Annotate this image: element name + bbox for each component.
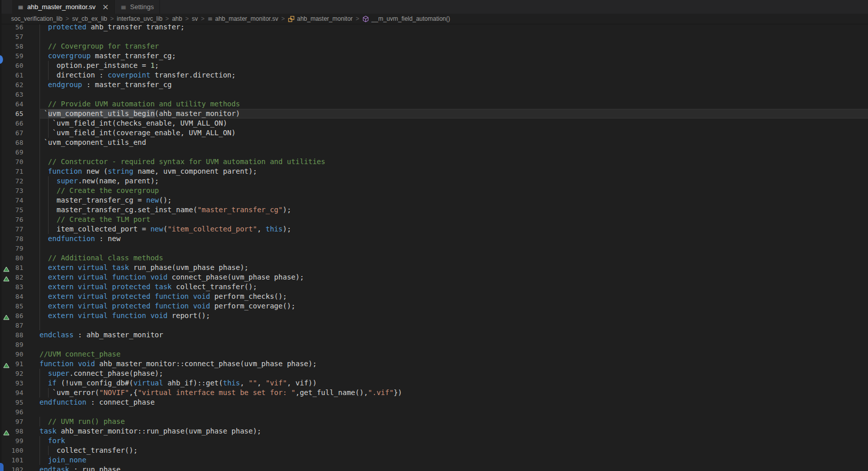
code-text[interactable]: extern virtual task run_phase(uvm_phase …	[39, 263, 868, 272]
breadcrumb-item-ahb-master-monitor[interactable]: ahb_master_monitor	[288, 15, 353, 22]
line-number[interactable]: 57	[15, 32, 23, 42]
code-text[interactable]: join_none	[39, 455, 868, 465]
code-text[interactable]: direction : coverpoint transfer.directio…	[39, 70, 868, 80]
code-line-66[interactable]: 66 `uvm_field_int(checks_enable, UVM_ALL…	[0, 119, 868, 128]
code-text[interactable]: endclass : ahb_master_monitor	[39, 330, 868, 340]
code-line-64[interactable]: 64 // Provide UVM automation and utility…	[0, 99, 868, 109]
code-line-63[interactable]: 63	[0, 90, 868, 99]
code-line-92[interactable]: 92 super.connect_phase(phase);	[0, 369, 868, 378]
code-line-62[interactable]: 62 endgroup : master_transfer_cg	[0, 80, 868, 90]
line-number[interactable]: 101	[12, 455, 23, 465]
code-text[interactable]: item_collected_port = new("item_collecte…	[39, 224, 868, 234]
code-text[interactable]: extern virtual function void connect_pha…	[39, 272, 868, 282]
line-number[interactable]: 98	[15, 426, 23, 436]
line-number[interactable]: 96	[15, 407, 23, 417]
code-text[interactable]: function new (string name, uvm_component…	[39, 167, 868, 176]
line-number[interactable]: 84	[15, 292, 23, 301]
line-number[interactable]: 73	[15, 186, 23, 195]
code-line-98[interactable]: 98task ahb_master_monitor::run_phase(uvm…	[0, 426, 868, 436]
code-line-65[interactable]: 65 `uvm_component_utils_begin(ahb_master…	[0, 109, 868, 119]
line-number[interactable]: 85	[15, 301, 23, 311]
breadcrumb-item--m-uvm-field-automation-[interactable]: __m_uvm_field_automation()	[362, 15, 450, 22]
code-line-73[interactable]: 73 // Create the covergroup	[0, 186, 868, 195]
line-number[interactable]: 59	[15, 51, 23, 61]
code-line-67[interactable]: 67 `uvm_field_int(coverage_enable, UVM_A…	[0, 128, 868, 138]
code-text[interactable]: extern virtual protected function void p…	[39, 301, 868, 311]
line-number[interactable]: 100	[12, 446, 23, 455]
code-text[interactable]	[39, 321, 868, 330]
line-number[interactable]: 66	[15, 119, 23, 128]
code-line-61[interactable]: 61 direction : coverpoint transfer.direc…	[0, 70, 868, 80]
line-number[interactable]: 62	[15, 80, 23, 90]
line-number[interactable]: 89	[15, 340, 23, 349]
code-text[interactable]: // Create the TLM port	[39, 215, 868, 224]
code-line-57[interactable]: 57	[0, 32, 868, 42]
line-number[interactable]: 71	[15, 167, 23, 176]
line-number[interactable]: 61	[15, 70, 23, 80]
line-number[interactable]: 93	[15, 378, 23, 388]
line-number[interactable]: 94	[15, 388, 23, 398]
code-text[interactable]: protected ahb_transfer transfer;	[39, 24, 868, 32]
code-text[interactable]	[39, 244, 868, 253]
code-line-82[interactable]: 82 extern virtual function void connect_…	[0, 272, 868, 282]
code-line-95[interactable]: 95endfunction : connect_phase	[0, 398, 868, 407]
line-number[interactable]: 95	[15, 398, 23, 407]
code-text[interactable]	[39, 32, 868, 42]
line-number[interactable]: 69	[15, 147, 23, 157]
line-number[interactable]: 87	[15, 321, 23, 330]
line-number[interactable]: 79	[15, 244, 23, 253]
code-line-99[interactable]: 99 fork	[0, 436, 868, 446]
code-line-102[interactable]: 102endtask : run_phase	[0, 465, 868, 471]
line-number[interactable]: 75	[15, 205, 23, 215]
code-line-84[interactable]: 84 extern virtual protected function voi…	[0, 292, 868, 301]
line-number[interactable]: 83	[15, 282, 23, 292]
breadcrumb-item-sv[interactable]: sv	[192, 15, 198, 22]
code-line-72[interactable]: 72 super.new(name, parent);	[0, 176, 868, 186]
editor[interactable]: 56 protected ahb_transfer transfer;5758 …	[0, 24, 868, 471]
code-line-69[interactable]: 69	[0, 147, 868, 157]
code-text[interactable]: fork	[39, 436, 868, 446]
code-text[interactable]: extern virtual protected function void p…	[39, 292, 868, 301]
line-number[interactable]: 88	[15, 330, 23, 340]
line-number[interactable]: 68	[15, 138, 23, 147]
breadcrumb-item-sv-cb-ex-lib[interactable]: sv_cb_ex_lib	[72, 15, 107, 22]
code-line-83[interactable]: 83 extern virtual protected task collect…	[0, 282, 868, 292]
line-number[interactable]: 102	[12, 465, 23, 471]
code-text[interactable]: // Constructor - required syntax for UVM…	[39, 157, 868, 167]
line-number[interactable]: 67	[15, 128, 23, 138]
code-line-93[interactable]: 93 if (!uvm_config_db#(virtual ahb_if)::…	[0, 378, 868, 388]
code-line-91[interactable]: 91function void ahb_master_monitor::conn…	[0, 359, 868, 369]
code-text[interactable]: task ahb_master_monitor::run_phase(uvm_p…	[39, 426, 868, 436]
line-number[interactable]: 81	[15, 263, 23, 272]
code-text[interactable]: endtask : run_phase	[39, 465, 868, 471]
code-text[interactable]: function void ahb_master_monitor::connec…	[39, 359, 868, 369]
line-number[interactable]: 64	[15, 99, 23, 109]
code-line-85[interactable]: 85 extern virtual protected function voi…	[0, 301, 868, 311]
code-line-76[interactable]: 76 // Create the TLM port	[0, 215, 868, 224]
code-line-71[interactable]: 71 function new (string name, uvm_compon…	[0, 167, 868, 176]
code-text[interactable]: endfunction : new	[39, 234, 868, 244]
line-number[interactable]: 78	[15, 234, 23, 244]
code-line-100[interactable]: 100 collect_transfer();	[0, 446, 868, 455]
breadcrumb-item-ahb[interactable]: ahb	[172, 15, 182, 22]
code-line-88[interactable]: 88endclass : ahb_master_monitor	[0, 330, 868, 340]
code-text[interactable]: endgroup : master_transfer_cg	[39, 80, 868, 90]
code-line-78[interactable]: 78 endfunction : new	[0, 234, 868, 244]
code-text[interactable]	[39, 340, 868, 349]
line-number[interactable]: 70	[15, 157, 23, 167]
line-number[interactable]: 91	[15, 359, 23, 369]
code-line-94[interactable]: 94 `uvm_error("NOVIF",{"virtual interfac…	[0, 388, 868, 398]
code-line-79[interactable]: 79	[0, 244, 868, 253]
code-text[interactable]: // Additional class methods	[39, 253, 868, 263]
code-line-97[interactable]: 97 // UVM run() phase	[0, 417, 868, 426]
line-number[interactable]: 65	[15, 109, 23, 119]
line-number[interactable]: 74	[15, 195, 23, 205]
code-text[interactable]: endfunction : connect_phase	[39, 398, 868, 407]
code-text[interactable]: // Covergroup for transfer	[39, 42, 868, 51]
code-line-96[interactable]: 96	[0, 407, 868, 417]
code-line-77[interactable]: 77 item_collected_port = new("item_colle…	[0, 224, 868, 234]
code-text[interactable]: super.new(name, parent);	[39, 176, 868, 186]
code-line-70[interactable]: 70 // Constructor - required syntax for …	[0, 157, 868, 167]
line-number[interactable]: 86	[15, 311, 23, 321]
code-text[interactable]: option.per_instance = 1;	[39, 61, 868, 70]
